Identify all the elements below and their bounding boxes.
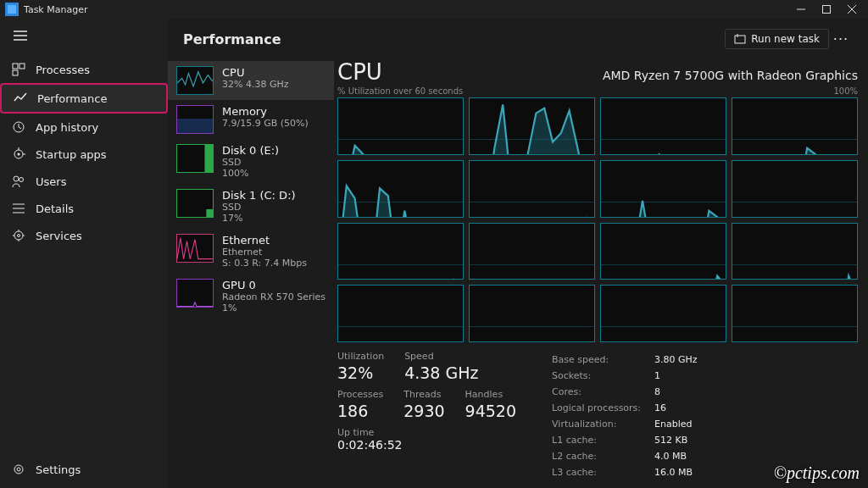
svg-marker-52 bbox=[470, 217, 594, 218]
disk0-thumb bbox=[176, 144, 214, 173]
ethernet-thumb bbox=[176, 234, 214, 263]
stat-value: 186 bbox=[337, 402, 383, 420]
close-button[interactable] bbox=[839, 0, 865, 19]
svg-rect-9 bbox=[19, 64, 25, 69]
svg-rect-10 bbox=[13, 70, 18, 75]
stat-value: 4.38 GHz bbox=[404, 363, 478, 382]
perf-sub2: S: 0.3 R: 7.4 Mbps bbox=[222, 258, 307, 269]
svg-marker-67 bbox=[601, 275, 726, 280]
sidebar-item-label: Performance bbox=[37, 92, 107, 105]
prop-value: 16.0 MB bbox=[654, 465, 709, 480]
prop-key: L2 cache: bbox=[552, 449, 653, 463]
hamburger-button[interactable] bbox=[0, 19, 168, 53]
core-chart-10 bbox=[600, 223, 726, 280]
sidebar-item-users[interactable]: Users bbox=[0, 168, 168, 195]
core-chart-6 bbox=[600, 160, 726, 218]
sidebar-item-performance[interactable]: Performance bbox=[0, 83, 168, 114]
core-chart-12 bbox=[337, 285, 464, 342]
perf-item-gpu0[interactable]: GPU 0Radeon RX 570 Series1% bbox=[168, 274, 334, 319]
svg-marker-61 bbox=[338, 280, 463, 280]
cpu-heading: CPU bbox=[337, 59, 382, 85]
core-chart-1 bbox=[469, 97, 595, 155]
svg-point-16 bbox=[14, 176, 19, 181]
run-new-task-button[interactable]: Run new task bbox=[725, 29, 829, 49]
core-chart-13 bbox=[469, 285, 595, 342]
stat-label: Up time bbox=[337, 427, 516, 438]
stat-label: Processes bbox=[337, 389, 383, 400]
svg-rect-33 bbox=[204, 145, 213, 172]
svg-rect-0 bbox=[8, 5, 16, 14]
sidebar-item-processes[interactable]: Processes bbox=[0, 56, 168, 83]
prop-value: 1 bbox=[654, 369, 709, 383]
sidebar: Processes Performance App history Startu… bbox=[0, 19, 168, 488]
prop-key: Virtualization: bbox=[552, 417, 653, 431]
prop-value: 512 KB bbox=[654, 433, 709, 447]
services-icon bbox=[12, 229, 25, 242]
core-chart-7 bbox=[732, 160, 858, 218]
sidebar-item-label: Details bbox=[36, 202, 74, 215]
performance-list: CPU32% 4.38 GHz Memory7.9/15.9 GB (50%) … bbox=[168, 59, 334, 488]
perf-title: Ethernet bbox=[222, 234, 307, 247]
perf-title: Memory bbox=[222, 105, 309, 118]
cpu-thumb bbox=[176, 66, 214, 95]
page-title: Performance bbox=[183, 31, 281, 47]
content: Performance Run new task ··· CPU32% 4.38… bbox=[168, 19, 868, 488]
memory-thumb bbox=[176, 105, 214, 134]
sidebar-item-label: Startup apps bbox=[36, 148, 107, 161]
history-icon bbox=[12, 120, 25, 134]
sidebar-item-services[interactable]: Services bbox=[0, 222, 168, 249]
gpu0-thumb bbox=[176, 279, 214, 308]
sidebar-item-startup[interactable]: Startup apps bbox=[0, 141, 168, 168]
stat-value: 32% bbox=[337, 363, 384, 382]
prop-key: L1 cache: bbox=[552, 433, 653, 447]
perf-item-disk0[interactable]: Disk 0 (E:)SSD100% bbox=[168, 139, 334, 184]
core-chart-2 bbox=[600, 97, 726, 155]
perf-sub: 32% 4.38 GHz bbox=[222, 79, 289, 90]
core-chart-9 bbox=[469, 223, 595, 280]
perf-title: GPU 0 bbox=[222, 279, 326, 291]
sidebar-item-settings[interactable]: Settings bbox=[0, 454, 168, 488]
window-title: Task Manager bbox=[24, 4, 87, 15]
perf-item-disk1[interactable]: Disk 1 (C: D:)SSD17% bbox=[168, 184, 334, 229]
svg-marker-55 bbox=[601, 201, 726, 218]
core-chart-11 bbox=[732, 223, 858, 280]
perf-sub: SSD bbox=[222, 157, 279, 168]
axis-left: % Utilization over 60 seconds bbox=[337, 86, 463, 96]
perf-item-cpu[interactable]: CPU32% 4.38 GHz bbox=[168, 61, 334, 100]
prop-value: Enabled bbox=[654, 417, 709, 431]
gear-icon bbox=[12, 463, 25, 476]
perf-sub2: 17% bbox=[222, 213, 296, 224]
perf-title: Disk 1 (C: D:) bbox=[222, 189, 296, 202]
stat-label: Speed bbox=[404, 351, 478, 362]
perf-item-memory[interactable]: Memory7.9/15.9 GB (50%) bbox=[168, 100, 334, 139]
prop-value: 4.0 MB bbox=[654, 449, 709, 463]
svg-rect-29 bbox=[735, 36, 745, 43]
processes-icon bbox=[12, 63, 25, 76]
sidebar-item-app-history[interactable]: App history bbox=[0, 114, 168, 141]
core-chart-4 bbox=[337, 160, 464, 218]
svg-point-13 bbox=[18, 153, 20, 156]
core-chart-5 bbox=[469, 160, 595, 218]
svg-rect-32 bbox=[177, 119, 213, 133]
prop-value: 3.80 GHz bbox=[654, 352, 709, 367]
stat-label: Threads bbox=[403, 389, 444, 400]
sidebar-item-details[interactable]: Details bbox=[0, 195, 168, 222]
svg-point-22 bbox=[18, 235, 20, 237]
svg-rect-8 bbox=[13, 64, 18, 69]
maximize-button[interactable] bbox=[814, 0, 839, 19]
sidebar-item-label: Services bbox=[36, 230, 82, 242]
stat-label: Utilization bbox=[337, 351, 384, 362]
more-options-button[interactable]: ··· bbox=[829, 31, 853, 47]
core-chart-0 bbox=[337, 97, 464, 155]
prop-value: 8 bbox=[654, 385, 709, 399]
perf-item-ethernet[interactable]: EthernetEthernetS: 0.3 R: 7.4 Mbps bbox=[168, 229, 334, 274]
svg-marker-46 bbox=[732, 148, 857, 155]
cpu-properties: Base speed:3.80 GHzSockets:1Cores:8Logic… bbox=[550, 351, 711, 481]
svg-marker-43 bbox=[601, 154, 726, 155]
stat-value: 0:02:46:52 bbox=[337, 438, 516, 452]
svg-point-27 bbox=[14, 465, 23, 474]
minimize-button[interactable] bbox=[788, 0, 814, 19]
details-icon bbox=[12, 202, 25, 215]
prop-key: Sockets: bbox=[552, 369, 653, 383]
stat-value: 94520 bbox=[465, 402, 516, 420]
